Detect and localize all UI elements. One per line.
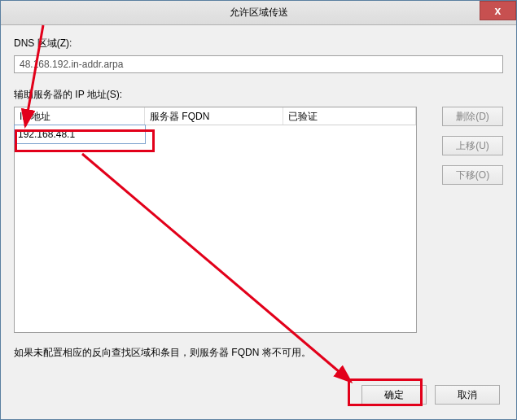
ok-button[interactable]: 确定 — [361, 385, 427, 405]
move-up-button[interactable]: 上移(U) — [442, 136, 503, 155]
titlebar: 允许区域传送 x — [1, 1, 516, 25]
aux-servers-label: 辅助服务器的 IP 地址(S): — [14, 88, 503, 102]
close-icon: x — [495, 4, 502, 17]
table-row[interactable] — [15, 125, 416, 143]
dialog-body: DNS 区域(Z): 辅助服务器的 IP 地址(S): IP 地址 服务器 FQ… — [1, 25, 516, 371]
dns-zone-input[interactable] — [14, 55, 503, 73]
window-title: 允许区域传送 — [230, 6, 288, 20]
ip-address-input[interactable] — [15, 125, 145, 143]
delete-button[interactable]: 删除(D) — [442, 107, 503, 126]
cancel-button[interactable]: 取消 — [435, 385, 500, 405]
close-button[interactable]: x — [480, 1, 516, 20]
dns-zone-label: DNS 区域(Z): — [14, 37, 503, 50]
servers-listview[interactable]: IP 地址 服务器 FQDN 已验证 — [14, 107, 417, 333]
note-text: 如果未配置相应的反向查找区域和条目，则服务器 FQDN 将不可用。 — [14, 346, 503, 360]
column-verified[interactable]: 已验证 — [283, 107, 416, 125]
listview-header: IP 地址 服务器 FQDN 已验证 — [15, 107, 416, 125]
column-ip[interactable]: IP 地址 — [15, 107, 145, 125]
column-fqdn[interactable]: 服务器 FQDN — [145, 107, 283, 125]
dialog-window: 允许区域传送 x DNS 区域(Z): 辅助服务器的 IP 地址(S): IP … — [0, 0, 517, 420]
move-down-button[interactable]: 下移(O) — [442, 165, 503, 185]
